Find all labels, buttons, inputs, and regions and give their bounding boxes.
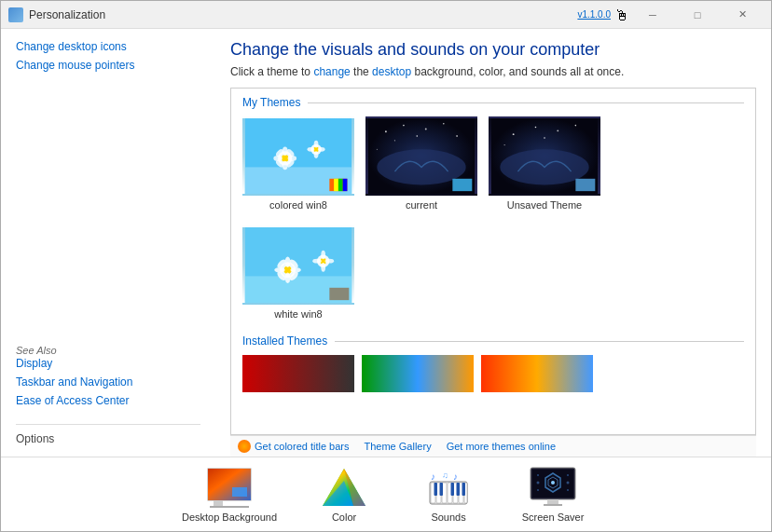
installed-themes-grid bbox=[242, 355, 744, 392]
window-title: Personalization bbox=[29, 8, 577, 21]
theme-gallery-link[interactable]: Theme Gallery bbox=[365, 441, 432, 452]
installed-themes-label: Installed Themes bbox=[242, 334, 744, 348]
svg-point-94 bbox=[567, 489, 569, 491]
theme-item-colored-win8[interactable]: colored win8 bbox=[242, 116, 354, 211]
sounds-icon: ♪ ♫ ♪ bbox=[424, 466, 473, 509]
svg-point-26 bbox=[443, 123, 445, 125]
svg-point-3 bbox=[282, 155, 289, 162]
screen-saver-icon bbox=[529, 466, 577, 509]
svg-text:♪: ♪ bbox=[453, 471, 458, 482]
theme-name-colored-win8: colored win8 bbox=[269, 199, 327, 211]
svg-rect-81 bbox=[457, 483, 461, 496]
main-window: Personalization v1.1.0.0 🖱 ─ □ ✕ Change … bbox=[0, 0, 772, 532]
screen-saver-button[interactable]: Screen Saver bbox=[516, 466, 590, 523]
see-also-label: See Also bbox=[16, 345, 57, 356]
svg-point-14 bbox=[308, 147, 315, 152]
svg-point-59 bbox=[321, 263, 325, 272]
svg-point-96 bbox=[567, 482, 570, 484]
svg-rect-41 bbox=[575, 179, 595, 191]
titlebar: Personalization v1.1.0.0 🖱 ─ □ ✕ bbox=[1, 1, 771, 29]
page-title: Change the visuals and sounds on your co… bbox=[230, 40, 756, 60]
svg-point-17 bbox=[314, 151, 319, 158]
svg-point-90 bbox=[551, 481, 555, 484]
svg-point-29 bbox=[416, 135, 418, 137]
svg-text:♪: ♪ bbox=[431, 471, 435, 482]
app-icon bbox=[8, 7, 23, 22]
my-themes-label: My Themes bbox=[242, 96, 744, 109]
theme-item-current[interactable]: current bbox=[365, 116, 477, 211]
theme-thumb-current[interactable] bbox=[365, 116, 477, 196]
svg-point-49 bbox=[285, 273, 291, 283]
maximize-button[interactable]: □ bbox=[676, 1, 719, 29]
svg-rect-20 bbox=[338, 179, 343, 191]
svg-point-37 bbox=[575, 125, 577, 127]
get-colored-title-bars-link[interactable]: Get colored title bars bbox=[255, 441, 350, 452]
svg-point-15 bbox=[318, 147, 325, 152]
theme-thumb-unsaved[interactable] bbox=[489, 116, 600, 196]
installed-theme-2[interactable] bbox=[362, 355, 474, 392]
color-label: Color bbox=[332, 512, 356, 523]
taskbar-link[interactable]: Taskbar and Navigation bbox=[16, 375, 200, 389]
svg-point-27 bbox=[456, 135, 458, 137]
close-button[interactable]: ✕ bbox=[721, 1, 764, 29]
theme-item-white-win8[interactable]: white win8 bbox=[242, 225, 354, 320]
bottom-bar: Get colored title bars Theme Gallery Get… bbox=[230, 435, 756, 457]
svg-point-48 bbox=[285, 256, 291, 266]
svg-point-23 bbox=[385, 130, 387, 132]
svg-point-57 bbox=[325, 259, 335, 264]
theme-name-unsaved: Unsaved Theme bbox=[507, 199, 583, 211]
page-description: Click a theme to change the desktop back… bbox=[230, 65, 756, 78]
svg-rect-79 bbox=[440, 483, 444, 496]
cursor-icon: 🖱 bbox=[614, 8, 627, 21]
svg-point-95 bbox=[537, 482, 540, 484]
svg-rect-19 bbox=[334, 179, 338, 191]
content-area: Change desktop icons Change mouse pointe… bbox=[1, 29, 771, 457]
svg-point-46 bbox=[274, 267, 284, 273]
svg-point-30 bbox=[377, 149, 378, 150]
installed-theme-1[interactable] bbox=[242, 355, 354, 392]
svg-point-58 bbox=[321, 251, 325, 260]
sounds-label: Sounds bbox=[431, 512, 465, 523]
svg-point-28 bbox=[394, 140, 395, 141]
sounds-button[interactable]: ♪ ♫ ♪ Sounds bbox=[411, 466, 486, 523]
change-desktop-icons-link[interactable]: Change desktop icons bbox=[16, 40, 200, 53]
get-more-themes-link[interactable]: Get more themes online bbox=[447, 441, 556, 452]
bottom-toolbar: Desktop Background bbox=[1, 457, 771, 531]
svg-rect-80 bbox=[451, 483, 455, 496]
display-link[interactable]: Display bbox=[16, 357, 200, 370]
installed-theme-3[interactable] bbox=[481, 355, 593, 392]
shield-icon bbox=[238, 440, 251, 453]
theme-thumb-colored-win8[interactable] bbox=[242, 116, 354, 196]
svg-point-39 bbox=[544, 137, 545, 139]
svg-point-16 bbox=[314, 141, 319, 148]
svg-rect-98 bbox=[544, 504, 562, 506]
svg-rect-82 bbox=[462, 483, 466, 496]
theme-thumb-white-win8[interactable] bbox=[242, 225, 354, 305]
svg-point-56 bbox=[312, 259, 322, 264]
svg-point-35 bbox=[535, 127, 537, 129]
minimize-button[interactable]: ─ bbox=[631, 1, 674, 29]
change-mouse-pointers-link[interactable]: Change mouse pointers bbox=[16, 59, 200, 72]
svg-rect-97 bbox=[547, 499, 558, 504]
svg-point-36 bbox=[557, 130, 558, 131]
version-link[interactable]: v1.1.0.0 bbox=[577, 9, 611, 20]
ease-of-access-link[interactable]: Ease of Access Center bbox=[16, 394, 200, 407]
window-controls: ─ □ ✕ bbox=[631, 1, 764, 29]
svg-point-34 bbox=[513, 133, 515, 135]
themes-inner[interactable]: My Themes bbox=[231, 89, 755, 434]
screen-saver-label: Screen Saver bbox=[522, 512, 585, 523]
svg-point-92 bbox=[567, 474, 569, 476]
desktop-background-label: Desktop Background bbox=[182, 512, 277, 523]
see-also-section: See Also Display Taskbar and Navigation … bbox=[16, 344, 200, 413]
svg-text:♫: ♫ bbox=[442, 471, 448, 480]
svg-rect-65 bbox=[232, 487, 247, 497]
theme-name-current: current bbox=[406, 199, 437, 211]
color-button[interactable]: Color bbox=[307, 466, 381, 523]
main-panel: Change the visuals and sounds on your co… bbox=[215, 29, 771, 457]
svg-rect-64 bbox=[210, 506, 249, 508]
svg-point-47 bbox=[290, 267, 300, 273]
svg-rect-32 bbox=[452, 179, 472, 191]
desktop-background-button[interactable]: Desktop Background bbox=[182, 466, 277, 523]
theme-item-unsaved[interactable]: Unsaved Theme bbox=[489, 116, 600, 211]
svg-point-25 bbox=[425, 128, 427, 130]
